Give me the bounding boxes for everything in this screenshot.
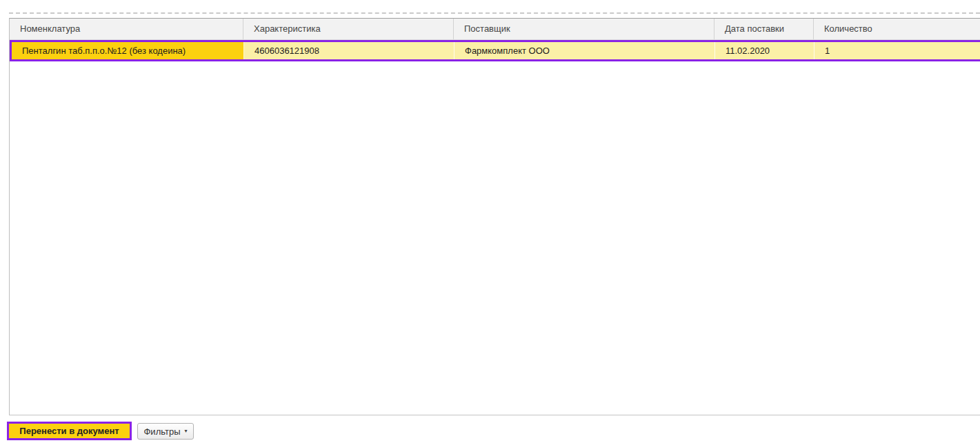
transfer-to-document-button[interactable]: Перенести в документ xyxy=(7,422,132,440)
cell-delivery-date[interactable]: 11.02.2020 xyxy=(715,42,814,59)
cell-characteristic[interactable]: 4606036121908 xyxy=(244,42,454,59)
filters-button[interactable]: Фильтры ▾ xyxy=(137,423,194,440)
column-header-supplier[interactable]: Поставщик xyxy=(454,19,714,39)
column-header-nomenclature[interactable]: Номенклатура xyxy=(10,19,243,39)
cell-quantity[interactable]: 1 xyxy=(814,42,980,59)
table-row[interactable]: Пенталгин таб.п.п.о.№12 (без кодеина) 46… xyxy=(10,40,980,61)
cell-supplier[interactable]: Фармкомплект ООО xyxy=(454,42,715,59)
chevron-down-icon: ▾ xyxy=(185,429,188,434)
cell-nomenclature[interactable]: Пенталгин таб.п.п.о.№12 (без кодеина) xyxy=(12,42,244,59)
goods-table: Номенклатура Характеристика Поставщик Да… xyxy=(9,18,980,415)
table-empty-area xyxy=(10,61,980,415)
column-header-characteristic[interactable]: Характеристика xyxy=(243,19,454,39)
filters-button-label: Фильтры xyxy=(143,426,180,437)
form-splitter xyxy=(9,12,980,14)
table-header-row: Номенклатура Характеристика Поставщик Да… xyxy=(10,19,980,40)
column-header-quantity[interactable]: Количество xyxy=(814,19,980,39)
column-header-delivery-date[interactable]: Дата поставки xyxy=(714,19,814,39)
